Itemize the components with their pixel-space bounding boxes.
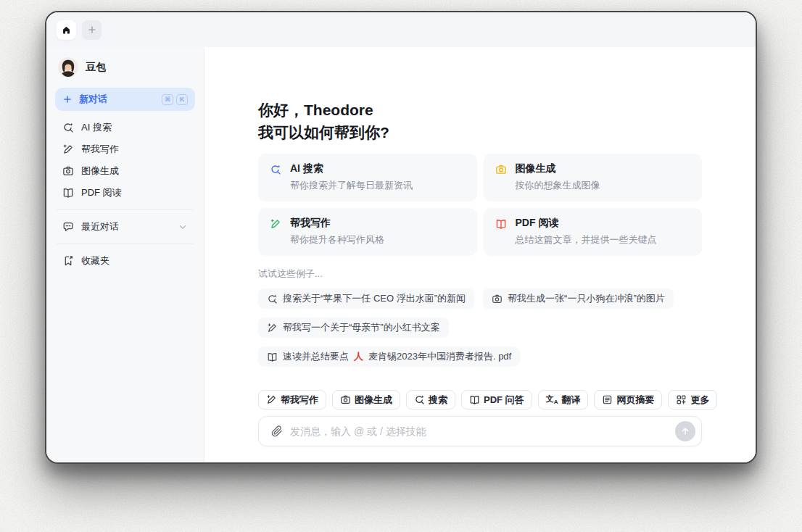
- skill-label: 搜索: [429, 394, 447, 407]
- pdf-read-icon: [267, 352, 278, 362]
- pdf-read-icon: [469, 394, 480, 405]
- webpage-summary-icon: [602, 394, 613, 405]
- chevron-down-icon: [178, 222, 188, 232]
- sidebar-item-pdf-read[interactable]: PDF 阅读: [55, 182, 195, 204]
- card-title: 帮我写作: [290, 217, 384, 230]
- sidebar-item-favorites[interactable]: 收藏夹: [55, 250, 195, 272]
- favorites-icon: [62, 255, 74, 267]
- arrow-up-icon: [680, 426, 690, 436]
- sidebar-item-label: 收藏夹: [81, 254, 109, 267]
- example-chip-summarize-pdf[interactable]: 速读并总结要点 人 麦肯锡2023年中国消费者报告. pdf: [258, 346, 520, 367]
- more-icon: [676, 394, 687, 405]
- feature-card-ai-search[interactable]: AI 搜索 帮你搜索并了解每日最新资讯: [258, 154, 477, 201]
- card-description: 总结这篇文章，并提供一些关键点: [516, 233, 657, 246]
- card-title: PDF 阅读: [516, 217, 657, 230]
- home-icon: [62, 25, 71, 35]
- message-input-bar[interactable]: [258, 416, 702, 446]
- skill-chip-pdf-qa[interactable]: PDF 问答: [461, 390, 532, 410]
- example-chip-write-post[interactable]: 帮我写一个关于“母亲节”的小红书文案: [258, 317, 449, 338]
- feature-card-grid: AI 搜索 帮你搜索并了解每日最新资讯 图像生成 按你的想象生成图像: [258, 154, 702, 256]
- greeting-line1: 你好，Theodore: [258, 99, 702, 121]
- sidebar-item-label: 图像生成: [81, 165, 119, 178]
- profile-name: 豆包: [86, 61, 106, 74]
- write-icon: [267, 323, 278, 333]
- paperclip-icon: [271, 425, 283, 437]
- chip-label: 帮我写一个关于“母亲节”的小红书文案: [283, 321, 440, 334]
- search-icon: [267, 294, 278, 304]
- attach-button[interactable]: [268, 423, 286, 440]
- skill-chip-translate[interactable]: 文A 翻译: [538, 390, 589, 410]
- plus-icon: [62, 94, 73, 104]
- new-tab-button[interactable]: [82, 20, 102, 40]
- feature-card-write[interactable]: 帮我写作 帮你提升各种写作风格: [258, 208, 477, 256]
- skill-label: PDF 问答: [484, 394, 524, 407]
- main-area: 你好，Theodore 我可以如何帮到你? AI 搜索 帮你搜索并了解每日最新资…: [204, 47, 756, 462]
- sidebar-item-label: 帮我写作: [81, 143, 119, 156]
- examples-label: 试试这些例子...: [258, 267, 702, 280]
- image-gen-icon: [495, 164, 507, 175]
- skill-chip-more[interactable]: 更多: [668, 390, 717, 410]
- greeting: 你好，Theodore 我可以如何帮到你?: [258, 99, 702, 144]
- feature-card-pdf-read[interactable]: PDF 阅读 总结这篇文章，并提供一些关键点: [484, 208, 703, 256]
- image-gen-icon: [340, 394, 351, 405]
- sidebar-item-recent-chats[interactable]: 最近对话: [55, 216, 195, 238]
- translate-icon: 文A: [546, 395, 558, 405]
- send-button[interactable]: [675, 421, 695, 441]
- k-key: K: [176, 94, 188, 105]
- skill-chip-image-gen[interactable]: 图像生成: [332, 390, 400, 410]
- card-title: AI 搜索: [290, 162, 413, 175]
- card-title: 图像生成: [516, 162, 600, 175]
- sidebar-item-label: PDF 阅读: [81, 186, 122, 199]
- example-chip-search-news[interactable]: 搜索关于“苹果下一任 CEO 浮出水面”的新闻: [258, 288, 474, 309]
- chip-label: 速读并总结要点: [283, 350, 349, 363]
- feature-card-image-gen[interactable]: 图像生成 按你的想象生成图像: [484, 154, 703, 201]
- image-gen-icon: [492, 294, 503, 304]
- desktop-background: 豆包 新对话 ⌘ K AI 搜索: [0, 0, 802, 532]
- search-icon: [414, 394, 425, 405]
- new-chat-label: 新对话: [79, 93, 107, 106]
- sidebar-item-write[interactable]: 帮我写作: [55, 138, 195, 160]
- skill-chip-webpage-summary[interactable]: 网页摘要: [594, 390, 662, 410]
- chip-attachment-name: 麦肯锡2023年中国消费者报告. pdf: [368, 350, 511, 363]
- recent-chats-icon: [62, 221, 74, 233]
- pdf-read-icon: [495, 218, 507, 230]
- example-chips: 搜索关于“苹果下一任 CEO 浮出水面”的新闻 帮我生成一张“一只小狗在冲浪”的…: [258, 288, 702, 367]
- shortcut-badge: ⌘ K: [162, 94, 188, 105]
- example-chip-generate-image[interactable]: 帮我生成一张“一只小狗在冲浪”的图片: [483, 288, 674, 309]
- chip-label: 搜索关于“苹果下一任 CEO 浮出水面”的新闻: [283, 292, 466, 305]
- card-description: 帮你提升各种写作风格: [290, 233, 384, 246]
- write-icon: [62, 144, 74, 155]
- divider: [57, 244, 194, 244]
- sidebar-item-image-gen[interactable]: 图像生成: [55, 160, 195, 182]
- skill-chip-write[interactable]: 帮我写作: [258, 390, 326, 410]
- card-description: 按你的想象生成图像: [516, 179, 600, 192]
- skill-chip-search[interactable]: 搜索: [406, 390, 455, 410]
- pdf-file-icon: 人: [354, 350, 363, 363]
- new-chat-button[interactable]: 新对话 ⌘ K: [55, 88, 195, 111]
- write-icon: [270, 218, 281, 230]
- ai-search-icon: [62, 122, 74, 133]
- sidebar-item-label: AI 搜索: [81, 121, 112, 134]
- chip-label: 帮我生成一张“一只小狗在冲浪”的图片: [508, 292, 665, 305]
- message-input[interactable]: [290, 425, 675, 437]
- pdf-read-icon: [62, 187, 74, 199]
- window-tab-bar: [46, 12, 756, 47]
- profile-button[interactable]: 豆包: [55, 54, 195, 88]
- sidebar-item-ai-search[interactable]: AI 搜索: [55, 117, 195, 138]
- skill-label: 网页摘要: [616, 394, 654, 407]
- tab-home[interactable]: [57, 20, 76, 40]
- card-description: 帮你搜索并了解每日最新资讯: [290, 179, 413, 192]
- sidebar-item-label: 最近对话: [81, 220, 119, 233]
- skill-label: 帮我写作: [281, 394, 318, 407]
- skill-label: 更多: [690, 394, 709, 407]
- app-window: 豆包 新对话 ⌘ K AI 搜索: [45, 11, 757, 464]
- greeting-line2: 我可以如何帮到你?: [258, 121, 702, 144]
- composer: 帮我写作 图像生成: [258, 390, 702, 446]
- skill-toolbar: 帮我写作 图像生成: [258, 390, 702, 410]
- sidebar: 豆包 新对话 ⌘ K AI 搜索: [46, 47, 204, 462]
- plus-icon: [87, 25, 97, 35]
- divider: [57, 209, 194, 210]
- avatar: [58, 57, 78, 78]
- skill-label: 图像生成: [355, 394, 392, 407]
- cmd-key: ⌘: [162, 94, 173, 105]
